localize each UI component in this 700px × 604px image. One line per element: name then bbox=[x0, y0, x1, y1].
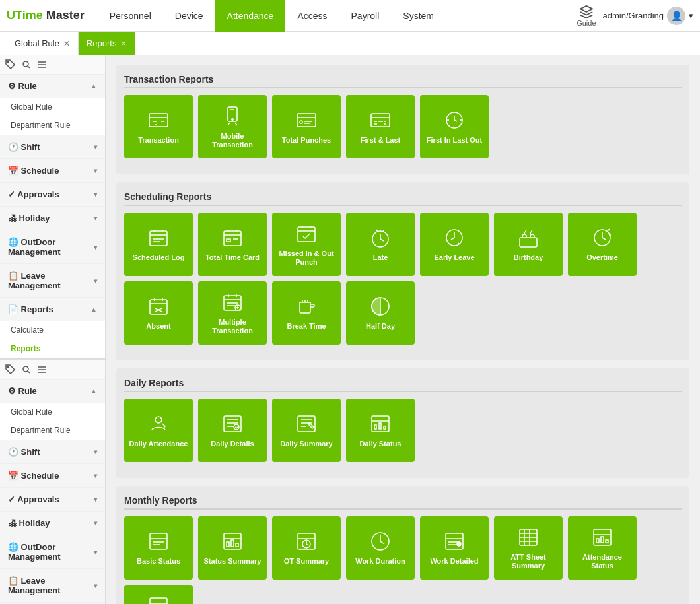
card-basic-status[interactable]: Basic Status bbox=[124, 516, 193, 580]
sidebar-rule-chevron-2: ▲ bbox=[90, 387, 97, 395]
missed-icon bbox=[295, 222, 318, 246]
sidebar-rule-header-2[interactable]: ⚙ Rule ▲ bbox=[0, 380, 105, 403]
sidebar-shift-header-2[interactable]: 🕐 Shift ▾ bbox=[0, 440, 105, 463]
sidebar: ⚙ Rule ▲ Global Rule Department Rule 🕐 S… bbox=[0, 55, 106, 604]
timecard-icon bbox=[221, 226, 244, 250]
sidebar-section-rule-1: ⚙ Rule ▲ Global Rule Department Rule bbox=[0, 75, 105, 135]
card-absent[interactable]: Absent bbox=[124, 281, 193, 345]
sidebar-approvals-header-2[interactable]: ✓ Approvals ▾ bbox=[0, 488, 105, 511]
guide-icon bbox=[579, 5, 594, 19]
sidebar-holiday-header[interactable]: 🏖 Holiday ▾ bbox=[0, 207, 105, 230]
card-overtime[interactable]: Overtime bbox=[568, 213, 637, 276]
nav-payroll[interactable]: Payroll bbox=[339, 0, 392, 32]
username: admin/Granding bbox=[603, 11, 664, 20]
sidebar-item-dept-rule-2[interactable]: Department Rule bbox=[0, 421, 105, 440]
card-work-detailed[interactable]: Work Detailed bbox=[420, 516, 489, 580]
card-daily-attendance[interactable]: Daily Attendance bbox=[124, 399, 193, 462]
search-icon-sidebar-2[interactable] bbox=[21, 364, 32, 375]
card-birthday[interactable]: Birthday bbox=[494, 213, 563, 276]
sidebar-item-global-rule-1[interactable]: Global Rule bbox=[0, 98, 105, 116]
sidebar-outdoor-header-2[interactable]: 🌐 OutDoor Management ▾ bbox=[0, 535, 105, 568]
card-scheduled-log[interactable]: Scheduled Log bbox=[124, 213, 193, 276]
break-icon bbox=[295, 294, 318, 318]
card-mobile-transaction[interactable]: Mobile Transaction bbox=[198, 95, 267, 158]
sidebar-reports-label: 📄 Reports bbox=[8, 304, 53, 314]
nav-personnel[interactable]: Personnel bbox=[98, 0, 163, 32]
svg-rect-32 bbox=[446, 533, 463, 549]
sidebar-section-schedule-2: 📅 Schedule ▾ bbox=[0, 464, 105, 488]
card-daily-details[interactable]: Daily Details bbox=[198, 399, 267, 462]
nav-access[interactable]: Access bbox=[285, 0, 339, 32]
svg-rect-7 bbox=[297, 114, 316, 127]
main-layout: ⚙ Rule ▲ Global Rule Department Rule 🕐 S… bbox=[0, 55, 700, 604]
svg-point-3 bbox=[23, 366, 28, 372]
card-missed-in-out[interactable]: Missed In & Out Punch bbox=[272, 213, 341, 276]
sidebar-schedule-header-2[interactable]: 📅 Schedule ▾ bbox=[0, 464, 105, 487]
card-daily-status[interactable]: Daily Status bbox=[346, 399, 415, 462]
sidebar-holiday-chevron: ▾ bbox=[94, 215, 97, 222]
sidebar-leave-label: 📋 Leave Management bbox=[8, 271, 94, 290]
tab-global-rule-close[interactable]: ✕ bbox=[63, 32, 70, 55]
nav-device[interactable]: Device bbox=[163, 0, 215, 32]
card-total-punches[interactable]: Total Punches bbox=[272, 95, 341, 158]
user-info[interactable]: admin/Granding 👤 ▾ bbox=[603, 7, 694, 25]
sidebar-approvals-header[interactable]: ✓ Approvals ▾ bbox=[0, 183, 105, 206]
card-attendance-summary[interactable]: Attendance Summary bbox=[124, 585, 193, 604]
card-absent-label: Absent bbox=[146, 322, 170, 331]
monthly-cards-grid: Basic Status Status Summary bbox=[124, 516, 682, 604]
punches-icon bbox=[295, 108, 318, 132]
card-multiple-transaction[interactable]: Multiple Transaction bbox=[198, 281, 267, 345]
svg-rect-27 bbox=[150, 533, 167, 549]
card-daily-summary[interactable]: Daily Summary bbox=[272, 399, 341, 462]
card-missed-in-out-label: Missed In & Out Punch bbox=[275, 250, 338, 267]
sidebar-item-calculate-1[interactable]: Calculate bbox=[0, 321, 105, 339]
card-ot-summary[interactable]: OT Summary bbox=[272, 516, 341, 580]
card-att-sheet-summary[interactable]: ATT Sheet Summary bbox=[494, 516, 563, 580]
card-half-day[interactable]: Half Day bbox=[346, 281, 415, 345]
sidebar-item-reports-1[interactable]: Reports bbox=[0, 339, 105, 358]
sidebar-rule-header[interactable]: ⚙ Rule ▲ bbox=[0, 75, 105, 98]
sidebar-outdoor-label-2: 🌐 OutDoor Management bbox=[8, 542, 94, 562]
firstlast-icon bbox=[368, 108, 392, 132]
card-early-leave[interactable]: Early Leave bbox=[420, 213, 489, 276]
tab-reports[interactable]: Reports ✕ bbox=[79, 32, 136, 55]
guide-button[interactable]: Guide bbox=[577, 5, 596, 27]
card-transaction[interactable]: Transaction bbox=[124, 95, 193, 158]
sidebar-schedule-header[interactable]: 📅 Schedule ▾ bbox=[0, 159, 105, 182]
sidebar-shift-label: 🕐 Shift bbox=[8, 142, 40, 152]
card-total-time-card[interactable]: Total Time Card bbox=[198, 213, 267, 276]
sidebar-reports-header[interactable]: 📄 Reports ▲ bbox=[0, 298, 105, 321]
sidebar-tools-1 bbox=[0, 55, 105, 75]
sidebar-item-dept-rule-1[interactable]: Department Rule bbox=[0, 116, 105, 135]
menu-icon bbox=[37, 59, 48, 70]
card-break-time[interactable]: Break Time bbox=[272, 281, 341, 345]
overtime-icon bbox=[590, 226, 614, 250]
tab-reports-close[interactable]: ✕ bbox=[120, 32, 127, 55]
tab-global-rule[interactable]: Global Rule ✕ bbox=[7, 32, 79, 55]
card-scheduled-log-label: Scheduled Log bbox=[133, 253, 185, 262]
sidebar-leave-header[interactable]: 📋 Leave Management ▾ bbox=[0, 264, 105, 297]
transaction-cards-grid: Transaction Mobile Transaction bbox=[124, 95, 682, 158]
card-first-in-last-out[interactable]: First In Last Out bbox=[420, 95, 489, 158]
card-attendance-status[interactable]: Attendance Status bbox=[568, 516, 637, 580]
workduration-icon bbox=[368, 529, 392, 553]
svg-point-0 bbox=[7, 61, 9, 63]
card-first-last[interactable]: First & Last bbox=[346, 95, 415, 158]
sidebar-leave-header-2[interactable]: 📋 Leave Management ▾ bbox=[0, 569, 105, 602]
nav-attendance[interactable]: Attendance bbox=[215, 0, 286, 32]
sidebar-section-schedule-1: 📅 Schedule ▾ bbox=[0, 159, 105, 183]
nav-system[interactable]: System bbox=[391, 0, 446, 32]
sidebar-holiday-header-2[interactable]: 🏖 Holiday ▾ bbox=[0, 512, 105, 535]
sidebar-shift-header[interactable]: 🕐 Shift ▾ bbox=[0, 135, 105, 158]
sidebar-outdoor-header[interactable]: 🌐 OutDoor Management ▾ bbox=[0, 230, 105, 263]
daily-cards-grid: Daily Attendance Daily Details bbox=[124, 399, 682, 462]
scheduled-icon bbox=[147, 226, 170, 250]
sidebar-item-global-rule-2[interactable]: Global Rule bbox=[0, 403, 105, 421]
search-icon-sidebar[interactable] bbox=[21, 59, 32, 70]
sidebar-rule-chevron: ▲ bbox=[90, 83, 97, 90]
card-work-duration[interactable]: Work Duration bbox=[346, 516, 415, 580]
card-status-summary[interactable]: Status Summary bbox=[198, 516, 267, 580]
mobile-icon bbox=[221, 104, 244, 128]
card-late[interactable]: Late bbox=[346, 213, 415, 276]
menu-icon-2 bbox=[37, 364, 48, 375]
